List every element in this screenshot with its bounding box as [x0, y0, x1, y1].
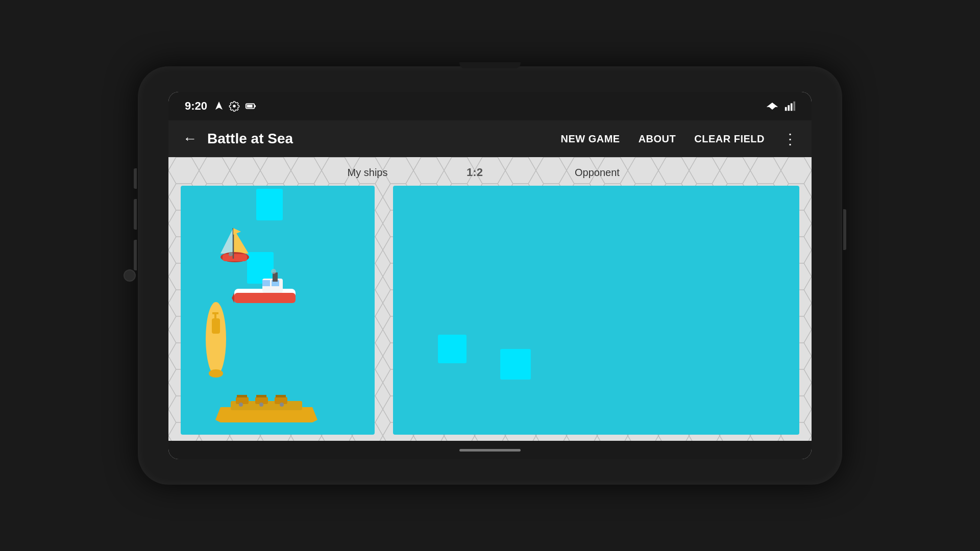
svg-rect-3: [247, 105, 253, 108]
camera: [124, 269, 136, 282]
svg-rect-13: [223, 254, 247, 261]
svg-rect-37: [256, 395, 266, 397]
svg-marker-15: [233, 228, 241, 235]
back-button[interactable]: ←: [183, 131, 197, 147]
svg-marker-11: [220, 228, 233, 254]
field-divider: [381, 186, 387, 435]
svg-rect-8: [791, 104, 793, 111]
svg-rect-7: [788, 105, 790, 111]
home-indicator: [459, 449, 521, 452]
svg-rect-4: [254, 105, 256, 107]
side-button-vol-up: [134, 199, 137, 230]
svg-rect-6: [785, 107, 787, 111]
svg-marker-24: [232, 293, 234, 303]
tugboat-ship: [232, 267, 298, 308]
phone-frame: 9:20: [138, 66, 842, 485]
game-content: My ships 1:2 Opponent: [168, 157, 812, 441]
opponent-label: Opponent: [500, 167, 694, 179]
sailboat-ship: [215, 226, 256, 271]
my-ships-field[interactable]: [181, 186, 375, 435]
status-icons: [214, 101, 256, 112]
side-button-power: [134, 168, 137, 189]
svg-rect-28: [212, 312, 218, 314]
time-display: 9:20: [185, 99, 207, 113]
status-left: 9:20: [185, 99, 256, 113]
svg-marker-5: [767, 103, 778, 110]
new-game-button[interactable]: NEW GAME: [560, 133, 620, 145]
my-ships-field-inner: [181, 186, 375, 435]
opponent-field[interactable]: [393, 186, 799, 435]
svg-marker-0: [215, 102, 223, 110]
about-button[interactable]: ABOUT: [639, 133, 676, 145]
submarine-ship: [203, 298, 229, 380]
bottom-bar: [168, 441, 812, 459]
opp-hit-block-2: [500, 349, 531, 380]
score-header: My ships 1:2 Opponent: [181, 163, 799, 182]
svg-rect-36: [237, 395, 247, 397]
side-button-right: [843, 209, 846, 250]
opp-hit-block-1: [438, 335, 467, 363]
hit-block-1: [256, 189, 283, 220]
app-bar-nav: NEW GAME ABOUT CLEAR FIELD ⋮: [560, 131, 797, 147]
status-bar: 9:20: [168, 92, 812, 120]
my-ships-label: My ships: [286, 167, 449, 179]
phone-screen: 9:20: [168, 92, 812, 459]
svg-point-41: [280, 403, 284, 407]
svg-rect-38: [276, 395, 286, 397]
app-bar: ← Battle at Sea NEW GAME ABOUT CLEAR FIE…: [168, 120, 812, 157]
clear-field-button[interactable]: CLEAR FIELD: [694, 133, 765, 145]
svg-point-39: [239, 403, 243, 407]
svg-rect-20: [262, 280, 270, 286]
battery-icon: [245, 101, 256, 112]
svg-point-1: [233, 105, 236, 108]
score-ratio: 1:2: [449, 166, 500, 179]
status-right: [766, 101, 795, 112]
data-icon: [214, 101, 224, 112]
wifi-icon: [766, 101, 779, 112]
svg-point-16: [229, 252, 233, 256]
svg-rect-18: [234, 293, 296, 303]
opponent-field-inner: [393, 186, 799, 435]
signal-icon: [784, 101, 795, 112]
side-button-vol-down: [134, 240, 137, 270]
battleship-ship: [215, 392, 317, 428]
settings-icon: [229, 101, 240, 112]
game-area: My ships 1:2 Opponent: [168, 157, 812, 441]
svg-point-29: [209, 369, 223, 378]
more-options-button[interactable]: ⋮: [783, 131, 797, 147]
svg-rect-9: [793, 102, 795, 111]
svg-point-23: [271, 269, 276, 274]
fields-row: [181, 186, 799, 435]
notch: [459, 62, 521, 68]
app-title: Battle at Sea: [207, 131, 550, 147]
svg-point-40: [259, 403, 263, 407]
